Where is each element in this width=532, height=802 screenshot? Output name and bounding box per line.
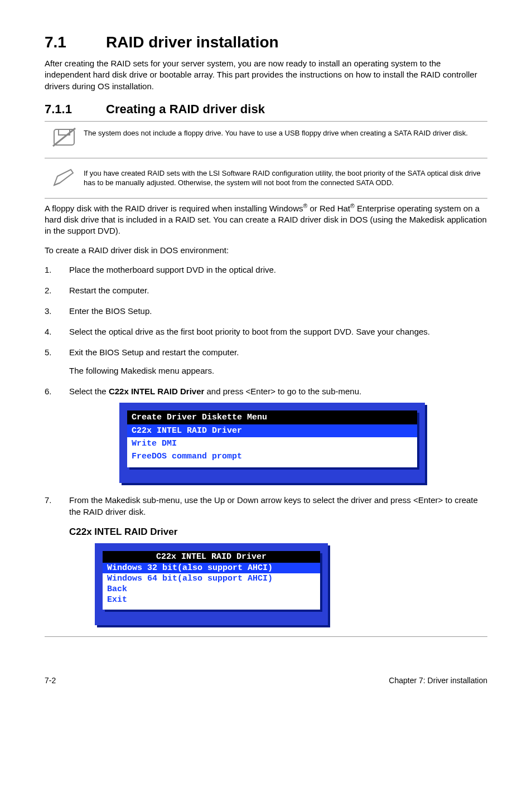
pen-icon <box>45 166 84 194</box>
step-2: Restart the computer. <box>45 284 487 296</box>
c22x-opt-win64: Windows 64 bit(also support AHCI) <box>103 573 320 584</box>
makedisk-opt-writedmi: Write DMI <box>127 437 417 450</box>
reg-mark-2: ® <box>350 202 355 209</box>
c22x-panel: C22x INTEL RAID Driver Windows 32 bit(al… <box>103 551 320 610</box>
section-number: 7.1 <box>45 33 106 51</box>
section-intro: After creating the RAID sets for your se… <box>45 58 487 92</box>
note-nofloppy-text: The system does not include a floppy dri… <box>84 126 487 138</box>
step-1-text: Place the motherboard support DVD in the… <box>69 265 276 274</box>
c22x-title: C22x INTEL RAID Driver <box>103 551 320 563</box>
step-6-bold: C22x INTEL RAID Driver <box>109 386 204 396</box>
footer-page-number: 7-2 <box>45 676 56 685</box>
step-6-post: and press <Enter> to go to the sub-menu. <box>204 386 361 396</box>
c22x-menu: C22x INTEL RAID Driver Windows 32 bit(al… <box>95 543 328 625</box>
makedisk-panel: Create Driver Diskette Menu C22x INTEL R… <box>127 410 417 467</box>
step-2-text: Restart the computer. <box>69 286 149 295</box>
step-4-text: Select the optical drive as the first bo… <box>69 327 430 336</box>
c22x-opt-back: Back <box>103 584 320 595</box>
svg-line-2 <box>53 128 75 146</box>
floppy-paragraph: A floppy disk with the RAID driver is re… <box>45 202 487 237</box>
no-floppy-icon <box>45 126 84 153</box>
step-5b-text: The following Makedisk menu appears. <box>69 365 487 376</box>
c22x-opt-exit: Exit <box>103 595 320 605</box>
section-heading: 7.1RAID driver installation <box>45 33 487 51</box>
step-4: Select the optical drive as the first bo… <box>45 326 487 337</box>
step-6-pre: Select the <box>69 386 109 396</box>
page-footer: 7-2 Chapter 7: Driver installation <box>45 676 487 685</box>
note-lsi-text: If you have created RAID sets with the L… <box>84 166 487 188</box>
floppy-mid: or Red Hat <box>307 204 350 213</box>
step-1: Place the motherboard support DVD in the… <box>45 264 487 276</box>
dos-env-paragraph: To create a RAID driver disk in DOS envi… <box>45 245 487 256</box>
makedisk-title: Create Driver Diskette Menu <box>127 410 417 424</box>
makedisk-menu: Create Driver Diskette Menu C22x INTEL R… <box>119 403 425 483</box>
step-5: Exit the BIOS Setup and restart the comp… <box>45 346 487 376</box>
step-5-text: Exit the BIOS Setup and restart the comp… <box>69 347 239 357</box>
step-3-text: Enter the BIOS Setup. <box>69 306 152 316</box>
section-title: RAID driver installation <box>106 33 279 51</box>
step-7-text: From the Makedisk sub-menu, use the Up o… <box>69 495 478 516</box>
step-3: Enter the BIOS Setup. <box>45 305 487 317</box>
step-6: Select the C22x INTEL RAID Driver and pr… <box>45 385 487 483</box>
subsection-heading: 7.1.1Creating a RAID driver disk <box>45 102 487 117</box>
footer-divider <box>45 636 487 637</box>
steps-list: Place the motherboard support DVD in the… <box>45 264 487 518</box>
footer-chapter: Chapter 7: Driver installation <box>389 676 487 685</box>
c22x-subhead: C22x INTEL RAID Driver <box>69 526 487 538</box>
subsection-title: Creating a RAID driver disk <box>106 102 265 116</box>
makedisk-opt-freedos: FreeDOS command prompt <box>127 450 417 463</box>
step-7: From the Makedisk sub-menu, use the Up o… <box>45 494 487 518</box>
note-lsi: If you have created RAID sets with the L… <box>45 162 487 199</box>
note-nofloppy: The system does not include a floppy dri… <box>45 121 487 158</box>
subsection-number: 7.1.1 <box>45 102 106 117</box>
makedisk-selected: C22x INTEL RAID Driver <box>127 424 417 437</box>
floppy-pre: A floppy disk with the RAID driver is re… <box>45 204 303 213</box>
c22x-selected: Windows 32 bit(also support AHCI) <box>103 563 320 573</box>
